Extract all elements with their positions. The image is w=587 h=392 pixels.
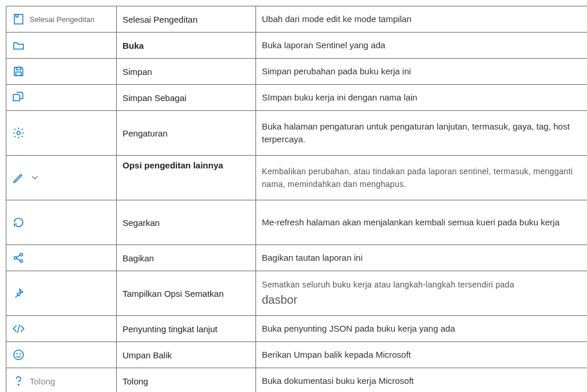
table-row: Buka Buka laporan Sentinel yang ada xyxy=(6,33,588,59)
row-name: Tolong xyxy=(117,368,256,393)
table-row: Penyunting tingkat lanjut Buka penyuntin… xyxy=(6,316,588,342)
pin-desc-line2: dasbor xyxy=(262,293,297,306)
code-icon xyxy=(12,322,25,335)
svg-point-4 xyxy=(17,131,20,135)
svg-point-10 xyxy=(20,354,20,354)
gear-icon xyxy=(12,127,25,139)
row-desc: Buka penyunting JSON pada buku kerja yan… xyxy=(256,316,588,342)
more-edit-icon-cell xyxy=(12,170,110,186)
row-desc: Bagikan tautan laporan ini xyxy=(256,245,588,271)
save-icon-cell xyxy=(12,63,110,80)
row-desc: Buka laporan Sentinel yang ada xyxy=(256,33,588,59)
row-name: Opsi pengeditan lainnya xyxy=(117,156,256,200)
row-desc: Buka halaman pengaturan untuk pengaturan… xyxy=(256,111,588,156)
row-desc: Buka dokumentasi buku kerja Microsoft xyxy=(256,368,588,393)
advanced-icon-cell xyxy=(12,321,110,337)
done-editing-icon xyxy=(12,13,25,26)
row-name: Selesai Pengeditan xyxy=(117,6,256,33)
refresh-icon-cell xyxy=(12,214,110,231)
table-row: Simpan Simpan perubahan pada buku kerja … xyxy=(6,59,588,85)
svg-rect-1 xyxy=(16,15,18,17)
folder-icon xyxy=(12,39,25,52)
row-name: Umpan Balik xyxy=(117,342,256,368)
save-icon xyxy=(12,65,25,78)
row-name: Simpan xyxy=(117,59,256,85)
row-desc: Ubah dari mode edit ke mode tampilan xyxy=(256,6,588,33)
toolbar-reference-table: Selesai Pengeditan Selesai Pengeditan Ub… xyxy=(6,6,587,392)
table-row: Bagikan Bagikan tautan laporan ini xyxy=(6,245,588,271)
smile-icon xyxy=(12,348,25,361)
settings-icon-cell xyxy=(12,125,110,141)
done-editing-icon-label: Selesai Pengeditan xyxy=(30,15,95,24)
pencil-icon xyxy=(12,171,25,184)
help-icon-label: Tolong xyxy=(30,376,55,386)
row-name: Buka xyxy=(117,33,256,59)
row-desc: Kembalikan perubahan, atau tindakan pada… xyxy=(262,167,573,189)
row-name: Tampilkan Opsi Sematkan xyxy=(117,271,256,316)
done-editing-icon-cell: Selesai Pengeditan xyxy=(12,11,110,27)
table-row: Tolong Tolong Buka dokumentasi buku kerj… xyxy=(6,368,588,393)
pin-icon xyxy=(12,287,25,300)
table-row: Umpan Balik Berikan Umpan balik kepada M… xyxy=(6,342,588,368)
table-row: Simpan Sebagai SImpan buku kerja ini den… xyxy=(6,85,588,111)
open-icon-cell xyxy=(12,37,110,53)
row-name: Pengaturan xyxy=(117,111,256,156)
row-desc: Sematkan seluruh buku kerja atau langkah… xyxy=(256,271,588,316)
question-icon xyxy=(12,375,25,387)
save-as-icon xyxy=(12,91,25,104)
table-row: Tampilkan Opsi Sematkan Sematkan seluruh… xyxy=(6,271,588,316)
row-desc: Simpan perubahan pada buku kerja ini xyxy=(256,59,588,85)
row-desc: SImpan buku kerja ini dengan nama lain xyxy=(256,85,588,111)
save-as-icon-cell xyxy=(12,89,110,106)
feedback-icon-cell xyxy=(12,347,110,363)
pin-icon-cell xyxy=(12,285,110,301)
table-row: Selesai Pengeditan Selesai Pengeditan Ub… xyxy=(6,6,588,33)
svg-rect-3 xyxy=(16,72,21,75)
table-row: Opsi pengeditan lainnya Kembalikan perub… xyxy=(6,156,588,200)
row-name: Penyunting tingkat lanjut xyxy=(117,316,256,342)
row-name: Segarkan xyxy=(117,200,256,245)
svg-point-9 xyxy=(17,354,17,354)
row-name: Simpan Sebagai xyxy=(117,85,256,111)
svg-rect-2 xyxy=(16,67,20,70)
svg-point-8 xyxy=(14,350,24,360)
share-icon xyxy=(12,251,25,264)
help-icon-cell: Tolong xyxy=(12,373,110,389)
table-row: Segarkan Me-refresh halaman akan menjala… xyxy=(6,200,588,245)
share-icon-cell xyxy=(12,250,110,266)
table-row: Pengaturan Buka halaman pengaturan untuk… xyxy=(6,111,588,156)
chevron-down-icon xyxy=(30,172,40,183)
row-name: Bagikan xyxy=(117,245,256,271)
svg-point-11 xyxy=(18,384,19,385)
pin-desc-line1: Sematkan seluruh buku kerja atau langkah… xyxy=(262,280,514,289)
row-desc: Berikan Umpan balik kepada Microsoft xyxy=(256,342,588,368)
refresh-icon xyxy=(12,216,25,229)
row-desc: Me-refresh halaman akan menjalankan kemb… xyxy=(256,200,588,245)
